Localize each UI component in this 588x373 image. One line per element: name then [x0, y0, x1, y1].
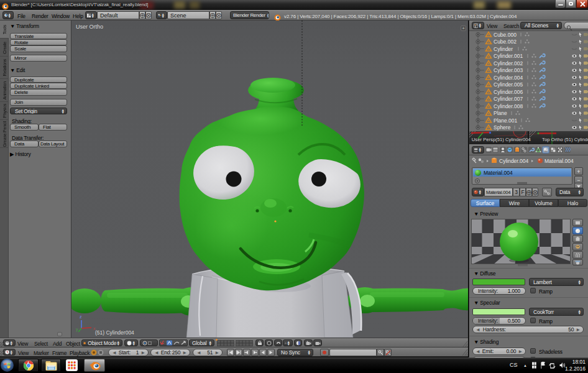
svg-text:Cylinder.004: Cylinder.004	[499, 158, 529, 164]
svg-text:Cylinder.003: Cylinder.003	[494, 67, 523, 73]
svg-text:Sphere: Sphere	[494, 124, 511, 131]
svg-text:Cube.000: Cube.000	[494, 32, 517, 38]
svg-text:x: x	[93, 326, 96, 331]
svg-text:Plane.001: Plane.001	[494, 117, 518, 124]
svg-text:y: y	[76, 327, 78, 332]
svg-text:Cylinder.006: Cylinder.006	[494, 89, 523, 95]
svg-text:Cylinder: Cylinder	[494, 46, 513, 52]
svg-text:Top Ortho (51) Cylinder.0: Top Ortho (51) Cylinder.0	[542, 137, 588, 142]
svg-text:Cylinder.002: Cylinder.002	[494, 60, 523, 67]
svg-text:Plane: Plane	[494, 110, 507, 116]
svg-text:Cube.002: Cube.002	[494, 39, 517, 45]
svg-text:User Persp(51) Cylinder004: User Persp(51) Cylinder004	[472, 137, 531, 142]
svg-text:Cylinder.005: Cylinder.005	[494, 81, 523, 88]
svg-text:Cylinder.004: Cylinder.004	[494, 75, 523, 81]
svg-text:Cylinder.007: Cylinder.007	[494, 96, 523, 102]
svg-text:z: z	[80, 315, 82, 319]
svg-text:Material.004: Material.004	[544, 158, 574, 164]
svg-text:Cylinder.008: Cylinder.008	[494, 103, 523, 109]
svg-text:Cylinder.001: Cylinder.001	[494, 53, 523, 59]
